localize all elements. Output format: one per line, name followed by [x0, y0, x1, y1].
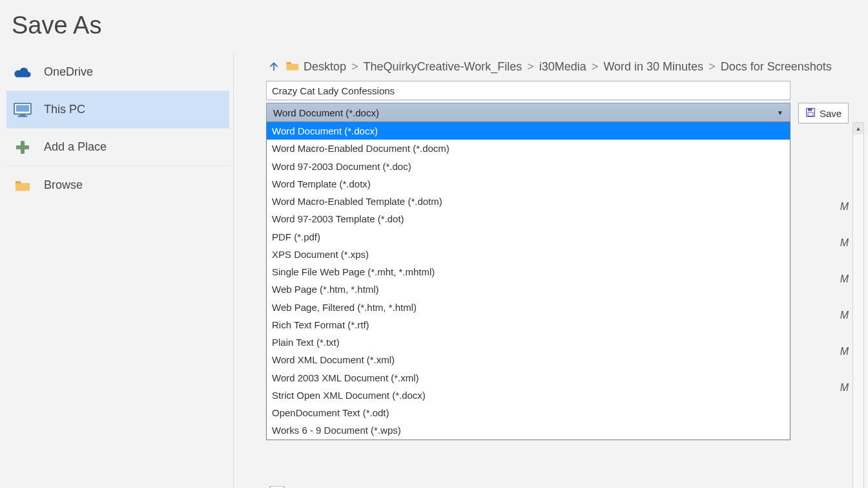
chevron-right-icon: >	[707, 60, 717, 74]
filetype-option[interactable]: Word 97-2003 Document (*.doc)	[267, 158, 790, 175]
filetype-option[interactable]: Word Document (*.docx)	[267, 122, 790, 140]
sidebar-item-onedrive[interactable]: OneDrive	[6, 54, 229, 91]
sidebar-item-browse[interactable]: Browse	[6, 166, 229, 204]
filetype-option[interactable]: Word Macro-Enabled Template (*.dotm)	[267, 193, 790, 210]
filetype-option[interactable]: Word 97-2003 Template (*.dot)	[267, 210, 790, 228]
sidebar-item-label: This PC	[44, 103, 85, 116]
sidebar-item-label: Add a Place	[44, 140, 107, 154]
chevron-down-icon: ▼	[777, 109, 783, 116]
filetype-dropdown[interactable]: Word Document (*.docx) ▼	[266, 103, 790, 122]
folder-icon	[285, 59, 300, 74]
monitor-icon	[13, 101, 32, 118]
svg-rect-8	[808, 112, 813, 116]
partial-date-text: M	[840, 310, 849, 321]
chevron-right-icon: >	[350, 60, 360, 74]
save-button[interactable]: Save	[798, 103, 849, 123]
sidebar-item-label: OneDrive	[44, 65, 93, 79]
svg-rect-1	[16, 105, 29, 111]
filetype-selected-label: Word Document (*.docx)	[273, 107, 379, 118]
svg-rect-3	[18, 116, 28, 117]
page-title: Save As	[0, 0, 868, 54]
save-icon	[805, 107, 816, 120]
plus-icon	[13, 139, 32, 156]
filetype-option[interactable]: Word Macro-Enabled Document (*.docm)	[267, 140, 790, 157]
breadcrumb: Desktop > TheQuirkyCreative-Work_Files >…	[266, 54, 862, 80]
filename-input[interactable]	[266, 81, 790, 100]
folder-icon	[13, 176, 32, 193]
file-list-row[interactable]: W Hairball Season.docx 8/17/2016 6:28 PM	[266, 479, 862, 488]
filetype-option[interactable]: Web Page, Filtered (*.htm, *.html)	[267, 299, 790, 316]
chevron-right-icon: >	[526, 60, 535, 74]
save-button-label: Save	[820, 108, 842, 119]
partial-date-text: M	[840, 237, 849, 249]
filetype-option[interactable]: Plain Text (*.txt)	[267, 334, 790, 351]
filetype-option[interactable]: OpenDocument Text (*.odt)	[267, 404, 790, 421]
crumb-part[interactable]: Word in 30 Minutes	[603, 60, 703, 74]
filetype-option[interactable]: Web Page (*.htm, *.html)	[267, 281, 790, 298]
crumb-part[interactable]: Docs for Screenshots	[721, 60, 832, 74]
svg-rect-5	[16, 145, 29, 149]
crumb-part[interactable]: i30Media	[539, 60, 586, 74]
svg-rect-9	[270, 486, 284, 489]
vertical-scrollbar[interactable]: ▲ ▼	[852, 122, 864, 488]
svg-rect-7	[808, 108, 812, 111]
sidebar-item-add-place[interactable]: Add a Place	[6, 129, 229, 166]
partial-date-text: M	[840, 382, 849, 394]
filetype-option[interactable]: Word 2003 XML Document (*.xml)	[267, 369, 790, 387]
locations-sidebar: OneDrive This PC Add a Place Browse	[6, 54, 234, 488]
filetype-option[interactable]: Strict Open XML Document (*.docx)	[267, 387, 790, 404]
filetype-option[interactable]: Word XML Document (*.xml)	[267, 351, 790, 368]
up-arrow-icon[interactable]	[266, 59, 282, 74]
crumb-part[interactable]: TheQuirkyCreative-Work_Files	[364, 60, 522, 74]
filetype-option[interactable]: XPS Document (*.xps)	[267, 246, 790, 263]
filetype-option[interactable]: Single File Web Page (*.mht, *.mhtml)	[267, 263, 790, 281]
filetype-option[interactable]: Works 6 - 9 Document (*.wps)	[267, 421, 790, 439]
sidebar-item-label: Browse	[44, 178, 83, 192]
word-document-icon: W	[266, 486, 285, 489]
scroll-up-button[interactable]: ▲	[853, 123, 863, 134]
filetype-option[interactable]: Word Template (*.dotx)	[267, 175, 790, 193]
partial-date-text: M	[840, 201, 849, 213]
filetype-options-list: Word Document (*.docx) Word Macro-Enable…	[266, 122, 790, 440]
sidebar-item-this-pc[interactable]: This PC	[6, 91, 229, 129]
filetype-option[interactable]: Rich Text Format (*.rtf)	[267, 316, 790, 334]
partial-date-text: M	[840, 346, 849, 357]
partial-date-text: M	[840, 273, 849, 285]
chevron-right-icon: >	[590, 60, 600, 74]
cloud-icon	[13, 64, 32, 81]
filetype-option[interactable]: PDF (*.pdf)	[267, 228, 790, 246]
crumb-part[interactable]: Desktop	[304, 60, 346, 74]
svg-rect-2	[19, 114, 25, 116]
